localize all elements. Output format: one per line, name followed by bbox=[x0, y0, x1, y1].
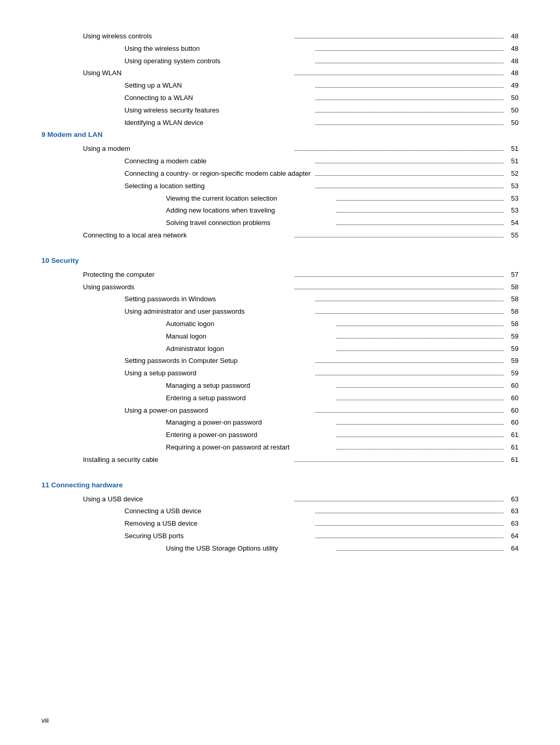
entry-text: Administrator logon bbox=[166, 344, 334, 355]
toc-entry: Using the USB Storage Options utility64 bbox=[41, 543, 519, 554]
section-header-security: 10 Security bbox=[41, 257, 519, 264]
entry-dots bbox=[315, 112, 504, 113]
entry-page: 64 bbox=[506, 543, 519, 554]
toc-entry: Using the wireless button48 bbox=[41, 44, 519, 54]
toc-entry: Selecting a location setting53 bbox=[41, 181, 519, 192]
entry-text: Using wireless controls bbox=[83, 31, 292, 42]
entry-page: 50 bbox=[506, 118, 519, 129]
toc-entry: Entering a setup password60 bbox=[41, 393, 519, 404]
toc-sections: 9 Modem and LANUsing a modem51Connecting… bbox=[41, 131, 519, 554]
toc-entry: Protecting the computer57 bbox=[41, 270, 519, 280]
entry-text: Using operating system controls bbox=[124, 56, 313, 67]
entry-text: Using the wireless button bbox=[124, 44, 313, 54]
entry-text: Manual logon bbox=[166, 331, 334, 342]
toc-entry: Manual logon59 bbox=[41, 331, 519, 342]
entry-dots bbox=[336, 200, 504, 201]
entry-page: 54 bbox=[506, 218, 519, 229]
entry-text: Entering a power-on password bbox=[166, 430, 334, 441]
toc-entry: Setting up a WLAN49 bbox=[41, 80, 519, 91]
entry-dots bbox=[295, 150, 504, 151]
entry-page: 59 bbox=[506, 344, 519, 355]
entry-dots bbox=[336, 400, 504, 400]
entry-text: Securing USB ports bbox=[124, 531, 313, 542]
entry-dots bbox=[315, 87, 504, 88]
toc-entry: Connecting a modem cable51 bbox=[41, 156, 519, 167]
entry-text: Setting passwords in Computer Setup bbox=[124, 356, 313, 367]
toc-entry: Using wireless security features50 bbox=[41, 105, 519, 116]
entry-dots bbox=[336, 424, 504, 425]
entry-dots bbox=[295, 38, 504, 38]
entry-text: Solving travel connection problems bbox=[166, 218, 334, 229]
entry-dots bbox=[295, 237, 504, 237]
toc-section-connecting-hardware: 11 Connecting hardwareUsing a USB device… bbox=[41, 481, 519, 554]
entry-dots bbox=[315, 375, 504, 375]
toc-entry: Connecting to a WLAN50 bbox=[41, 93, 519, 104]
entry-page: 61 bbox=[506, 442, 519, 453]
entry-page: 61 bbox=[506, 455, 519, 466]
entry-text: Using a modem bbox=[83, 144, 292, 154]
toc-entry: Solving travel connection problems54 bbox=[41, 218, 519, 229]
entry-dots bbox=[315, 313, 504, 314]
toc-entry: Connecting a USB device63 bbox=[41, 506, 519, 517]
toc-entry: Adding new locations when traveling53 bbox=[41, 205, 519, 216]
toc-entry: Using passwords58 bbox=[41, 282, 519, 293]
entry-dots bbox=[336, 212, 504, 213]
toc-entry: Managing a power-on password60 bbox=[41, 417, 519, 428]
toc-entry: Entering a power-on password61 bbox=[41, 430, 519, 441]
entry-dots bbox=[336, 550, 504, 551]
entry-dots bbox=[336, 338, 504, 339]
toc-entry: Identifying a WLAN device50 bbox=[41, 118, 519, 129]
entry-page: 60 bbox=[506, 405, 519, 416]
entry-page: 51 bbox=[506, 156, 519, 167]
entry-text: Viewing the current location selection bbox=[166, 193, 334, 204]
entry-text: Managing a power-on password bbox=[166, 417, 334, 428]
entry-page: 49 bbox=[506, 80, 519, 91]
entry-page: 58 bbox=[506, 306, 519, 317]
entry-page: 58 bbox=[506, 282, 519, 293]
entry-text: Entering a setup password bbox=[166, 393, 334, 404]
continuation-section: Using wireless controls48Using the wirel… bbox=[41, 31, 519, 128]
toc-entry: Using operating system controls48 bbox=[41, 56, 519, 67]
toc-entry: Installing a security cable61 bbox=[41, 455, 519, 466]
entry-text: Removing a USB device bbox=[124, 518, 313, 529]
entry-dots bbox=[295, 501, 504, 501]
entry-page: 59 bbox=[506, 356, 519, 367]
entry-dots bbox=[295, 289, 504, 289]
entry-page: 59 bbox=[506, 331, 519, 342]
entry-text: Using a USB device bbox=[83, 494, 292, 505]
toc-entry: Using administrator and user passwords58 bbox=[41, 306, 519, 317]
entry-dots bbox=[315, 538, 504, 538]
entry-dots bbox=[336, 387, 504, 388]
entry-text: Identifying a WLAN device bbox=[124, 118, 313, 129]
entry-text: Using passwords bbox=[83, 282, 292, 293]
entry-text: Connecting to a local area network bbox=[83, 230, 292, 241]
toc-entry: Using a power-on password60 bbox=[41, 405, 519, 416]
entry-page: 61 bbox=[506, 430, 519, 441]
entry-text: Selecting a location setting bbox=[124, 181, 313, 192]
entry-dots bbox=[315, 124, 504, 125]
toc-entry: Viewing the current location selection53 bbox=[41, 193, 519, 204]
entry-page: 60 bbox=[506, 393, 519, 404]
entry-page: 60 bbox=[506, 417, 519, 428]
entry-page: 58 bbox=[506, 319, 519, 330]
toc-entry: Using a USB device63 bbox=[41, 494, 519, 505]
entry-text: Using WLAN bbox=[83, 68, 292, 79]
entry-dots bbox=[336, 350, 504, 351]
entry-text: Using administrator and user passwords bbox=[124, 306, 313, 317]
entry-dots bbox=[315, 100, 504, 100]
toc-entry: Connecting a country- or region-specific… bbox=[41, 168, 519, 179]
section-header-modem-lan: 9 Modem and LAN bbox=[41, 131, 519, 138]
entry-text: Connecting to a WLAN bbox=[124, 93, 313, 104]
toc-entry: Connecting to a local area network55 bbox=[41, 230, 519, 241]
page-number: viii bbox=[41, 717, 49, 724]
entry-page: 53 bbox=[506, 205, 519, 216]
entry-dots bbox=[295, 461, 504, 462]
toc-entry: Securing USB ports64 bbox=[41, 531, 519, 542]
entry-text: Requiring a power-on password at restart bbox=[166, 442, 334, 453]
entry-page: 50 bbox=[506, 105, 519, 116]
entry-dots bbox=[315, 188, 504, 188]
entry-text: Connecting a modem cable bbox=[124, 156, 313, 167]
entry-dots bbox=[295, 75, 504, 75]
toc-entry: Setting passwords in Windows58 bbox=[41, 294, 519, 305]
entry-text: Connecting a country- or region-specific… bbox=[124, 168, 313, 179]
